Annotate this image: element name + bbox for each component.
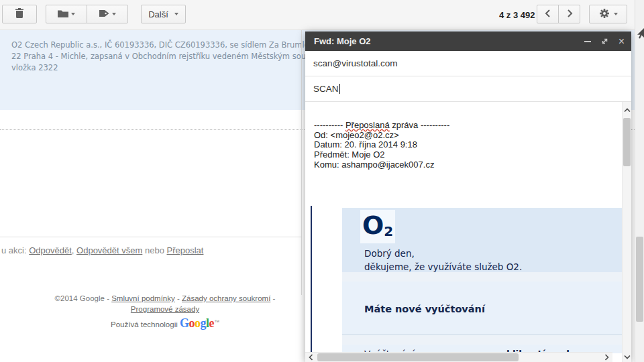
newer-button[interactable]	[537, 5, 559, 23]
folder-icon	[58, 9, 68, 19]
pagination-nav	[537, 5, 580, 23]
page-scrollbar[interactable]	[635, 0, 644, 362]
move-to-button[interactable]	[46, 5, 87, 23]
quote-bar	[311, 206, 312, 353]
reply-link[interactable]: Odpovědět	[29, 245, 72, 255]
forwarded-to: Komu: ashampo@ijacek007.cz	[314, 160, 449, 170]
minimize-icon[interactable]	[584, 41, 591, 42]
compose-horizontal-scrollbar[interactable]	[305, 352, 612, 362]
compose-vertical-scrollbar[interactable]	[622, 102, 631, 362]
trademark-symbol: ™	[214, 319, 219, 325]
settings-button[interactable]	[589, 5, 627, 23]
compose-window: Fwd: Moje O2 × scan@virustotal.com SCAN …	[305, 32, 631, 362]
o2-pattern-strip	[342, 335, 623, 345]
move-label-button-group	[46, 5, 128, 23]
google-logo: Google	[180, 316, 214, 330]
footer-line1: ©2014 Google - Smluvní podmínky - Zásady…	[0, 293, 330, 304]
chevron-down-icon	[71, 13, 75, 15]
quick-actions-row: u akci: Odpovědět, Odpovědět všem nebo P…	[1, 245, 203, 255]
gear-icon	[599, 8, 610, 21]
program-policies-link[interactable]: Programové zásady	[131, 305, 199, 313]
close-icon[interactable]: ×	[619, 37, 625, 46]
o2-greeting-section: O2 Dobrý den, děkujeme, že využíváte slu…	[342, 208, 623, 272]
forwarded-subject: Předmět: Moje O2	[314, 150, 449, 160]
trash-icon	[15, 8, 24, 20]
older-button[interactable]	[558, 5, 580, 23]
footer-line2: Programové zásady	[0, 304, 330, 314]
recipient-field[interactable]: scan@virustotal.com	[305, 51, 631, 76]
o2-greeting: Dobrý den, děkujeme, že využíváte služeb…	[364, 247, 623, 274]
o2-heading-section: Máte nové vyúčtování	[342, 282, 623, 335]
compose-title: Fwd: Moje O2	[314, 36, 584, 46]
separator-text: -	[273, 294, 276, 302]
o2-heading: Máte nové vyúčtování	[364, 304, 485, 314]
label-icon	[99, 9, 109, 19]
o2-logo: O2	[360, 210, 395, 243]
powered-by-text: Používá technologii	[111, 320, 178, 328]
quick-actions-prefix: u akci:	[1, 245, 27, 255]
forward-link[interactable]: Přeposlat	[167, 245, 204, 255]
horizontal-scroll-thumb[interactable]	[317, 353, 519, 361]
pagination-counter: 4 z 3 492	[499, 10, 535, 20]
popout-icon[interactable]	[600, 37, 609, 46]
footer: ©2014 Google - Smluvní podmínky - Zásady…	[0, 293, 330, 330]
forwarded-from: Od: <mojeo2@o2.cz>	[314, 131, 449, 141]
subject-value: SCAN	[313, 84, 339, 94]
toolbar: Další 4 z 3 492	[0, 0, 635, 29]
card-border	[301, 30, 302, 295]
recipient-value: scan@virustotal.com	[313, 58, 398, 68]
section-separator	[0, 237, 301, 237]
chevron-down-icon	[112, 13, 116, 15]
o2-pattern-strip	[342, 272, 623, 282]
o2-email-content: O2 Dobrý den, děkujeme, že využíváte slu…	[342, 208, 623, 353]
delete-button[interactable]	[2, 5, 37, 23]
vertical-scroll-thumb[interactable]	[623, 118, 631, 166]
chevron-down-icon	[614, 13, 618, 15]
compose-body[interactable]: ---------- Přeposlaná zpráva ---------- …	[305, 102, 631, 362]
cursor-arrow-icon	[635, 27, 644, 42]
chevron-down-icon	[174, 13, 178, 15]
scroll-up-icon[interactable]	[623, 106, 631, 114]
subject-field[interactable]: SCAN	[305, 76, 631, 102]
privacy-link[interactable]: Zásady ochrany soukromí	[182, 294, 270, 302]
page-scroll-thumb[interactable]	[636, 237, 643, 322]
powered-by: Používá technologii Google™	[0, 317, 330, 330]
chevron-left-icon	[545, 9, 551, 20]
labels-button[interactable]	[87, 5, 128, 23]
scroll-left-icon[interactable]	[305, 353, 316, 362]
forwarded-header: ---------- Přeposlaná zpráva ---------- …	[314, 121, 449, 170]
gmail-page: { "toolbar": { "more_label": "Další", "p…	[0, 0, 644, 362]
compose-window-controls: ×	[584, 37, 625, 46]
more-actions-label: Další	[148, 9, 168, 19]
terms-link[interactable]: Smluvní podmínky	[111, 294, 175, 302]
scroll-right-icon[interactable]	[601, 353, 612, 362]
more-actions-button[interactable]: Další	[141, 5, 186, 23]
chevron-right-icon	[566, 9, 573, 20]
text-caret	[339, 84, 340, 94]
copyright-text: ©2014 Google -	[55, 294, 109, 302]
conjunction-text: nebo	[145, 245, 164, 255]
compose-titlebar[interactable]: Fwd: Moje O2 ×	[305, 32, 631, 51]
separator-text: ,	[72, 245, 74, 255]
misspelled-word: Přeposlaná	[345, 120, 390, 130]
forwarded-separator-line: ---------- Přeposlaná zpráva ----------	[314, 121, 449, 131]
reply-all-link[interactable]: Odpovědět všem	[76, 245, 142, 255]
forwarded-date: Datum: 20. října 2014 9:18	[314, 140, 449, 150]
separator-text: -	[177, 294, 180, 302]
scroll-down-icon[interactable]	[623, 353, 631, 361]
